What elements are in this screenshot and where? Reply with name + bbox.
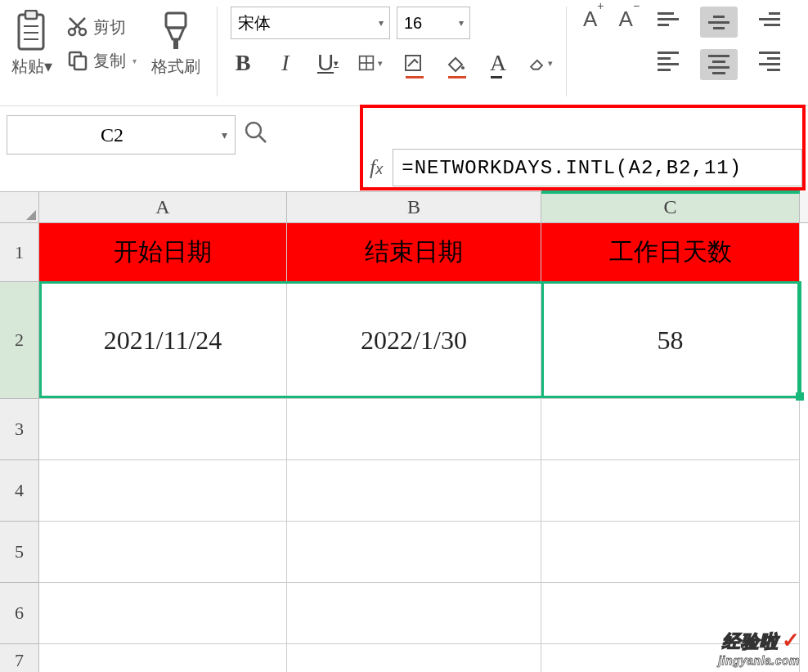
- alignment-group: [658, 7, 780, 80]
- font-group: B I U▾ A: [231, 7, 553, 75]
- watermark: 经验啦 ✓ jingyanla.com: [718, 628, 800, 667]
- cut-button[interactable]: 剪切: [61, 13, 143, 42]
- decrease-font-button[interactable]: A−: [616, 7, 644, 32]
- copy-button[interactable]: 复制▾: [61, 47, 143, 75]
- column-header-C[interactable]: C: [541, 191, 800, 222]
- copy-label: 复制: [93, 50, 126, 72]
- row-header-3[interactable]: 3: [0, 399, 39, 460]
- highlight-button[interactable]: [443, 51, 468, 75]
- name-box[interactable]: [7, 115, 236, 155]
- format-painter-label: 格式刷: [151, 56, 200, 78]
- eraser-button[interactable]: [528, 51, 553, 75]
- clipboard-group: 粘贴▾ 剪切 复制▾: [8, 7, 204, 81]
- select-all-corner[interactable]: [0, 191, 39, 222]
- eraser-icon: [528, 53, 545, 73]
- formula-input[interactable]: [393, 149, 802, 186]
- row-header-4[interactable]: 4: [0, 460, 39, 522]
- align-left-button[interactable]: [658, 49, 689, 74]
- table-row: 4: [0, 460, 808, 522]
- row-header-7[interactable]: 7: [0, 644, 39, 672]
- copy-icon: [67, 50, 88, 71]
- paste-button[interactable]: 粘贴▾: [8, 7, 56, 81]
- align-top-button[interactable]: [658, 7, 689, 31]
- zoom-icon[interactable]: [244, 120, 268, 150]
- svg-rect-10: [74, 56, 86, 69]
- table-row: 6: [0, 583, 808, 644]
- cell-B4[interactable]: [287, 460, 541, 522]
- svg-point-18: [246, 123, 261, 137]
- bucket-icon: [446, 53, 465, 73]
- table-row: 5: [0, 522, 808, 583]
- brush-icon: [159, 10, 192, 52]
- align-right-button[interactable]: [749, 49, 780, 74]
- table-row: 2 2021/11/24 2022/1/30 58: [0, 282, 808, 399]
- column-header-A[interactable]: A: [39, 191, 287, 222]
- formula-bar-highlight: fx: [360, 105, 806, 190]
- watermark-line2: jingyanla.com: [718, 654, 800, 667]
- row-header-1[interactable]: 1: [0, 223, 39, 282]
- svg-rect-1: [25, 11, 37, 19]
- row-header-2[interactable]: 2: [0, 282, 39, 399]
- table-row: 1 开始日期 结束日期 工作日天数: [0, 223, 808, 282]
- cell-fill-icon: [403, 53, 423, 73]
- clipboard-icon: [14, 10, 50, 52]
- row-header-5[interactable]: 5: [0, 522, 39, 583]
- table-row: 7: [0, 644, 808, 672]
- column-header-B[interactable]: B: [287, 191, 541, 222]
- spreadsheet-grid: A B C 1 开始日期 结束日期 工作日天数 2 2021/11/24 202…: [0, 191, 808, 672]
- cell-C2[interactable]: 58: [541, 282, 800, 399]
- increase-font-button[interactable]: A+: [580, 7, 608, 32]
- paste-label: 粘贴: [11, 57, 44, 75]
- font-name-select[interactable]: [231, 7, 390, 39]
- row-header-6[interactable]: 6: [0, 583, 39, 644]
- cell-C3[interactable]: [541, 399, 800, 460]
- fill-color-button[interactable]: [401, 51, 425, 75]
- scissors-icon: [67, 16, 88, 38]
- fill-handle[interactable]: [796, 392, 804, 401]
- underline-button[interactable]: U▾: [316, 51, 340, 75]
- cell-A5[interactable]: [39, 522, 287, 583]
- checkmark-icon: ✓: [782, 628, 800, 652]
- bold-button[interactable]: B: [231, 51, 255, 75]
- align-bottom-button[interactable]: [749, 7, 780, 31]
- cell-B3[interactable]: [287, 399, 541, 460]
- cell-B1[interactable]: 结束日期: [287, 223, 541, 282]
- svg-rect-12: [173, 39, 178, 49]
- format-painter-button[interactable]: 格式刷: [148, 7, 204, 81]
- fx-icon[interactable]: fx: [370, 155, 383, 180]
- svg-point-17: [461, 66, 465, 69]
- cell-B6[interactable]: [287, 583, 541, 644]
- cell-A1[interactable]: 开始日期: [39, 223, 287, 282]
- watermark-line1: 经验啦: [722, 631, 779, 652]
- align-middle-button[interactable]: [700, 7, 738, 38]
- cell-A6[interactable]: [39, 583, 287, 644]
- svg-line-19: [259, 136, 266, 142]
- table-row: 3: [0, 399, 808, 460]
- cell-B7[interactable]: [287, 644, 541, 672]
- cell-A2[interactable]: 2021/11/24: [39, 282, 287, 399]
- cell-C1[interactable]: 工作日天数: [541, 223, 800, 282]
- italic-button[interactable]: I: [273, 51, 298, 75]
- svg-rect-11: [166, 13, 186, 28]
- cell-A3[interactable]: [39, 399, 287, 460]
- separator: [566, 7, 567, 96]
- cell-B2[interactable]: 2022/1/30: [287, 282, 541, 399]
- separator: [217, 7, 218, 96]
- cell-A4[interactable]: [39, 460, 287, 522]
- font-size-select[interactable]: [397, 7, 470, 39]
- cell-B5[interactable]: [287, 522, 541, 583]
- font-color-button[interactable]: A: [486, 51, 510, 75]
- border-icon: [358, 53, 375, 73]
- active-column-indicator: [541, 190, 800, 194]
- ribbon-toolbar: 粘贴▾ 剪切 复制▾: [0, 0, 808, 106]
- svg-rect-16: [406, 56, 420, 70]
- cell-A7[interactable]: [39, 644, 287, 672]
- cell-C4[interactable]: [541, 460, 800, 522]
- align-center-button[interactable]: [700, 49, 738, 80]
- cut-label: 剪切: [93, 16, 126, 38]
- border-button[interactable]: [358, 51, 383, 75]
- cell-C5[interactable]: [541, 522, 800, 583]
